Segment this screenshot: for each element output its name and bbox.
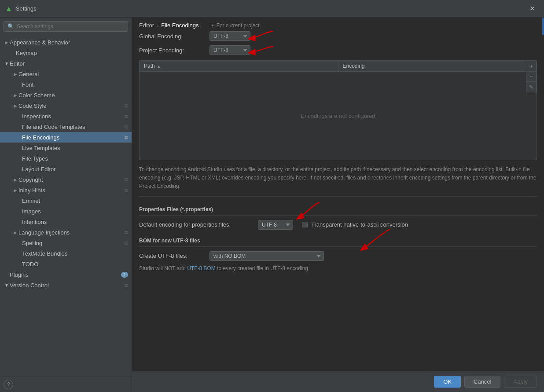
bom-section: BOM for new UTF-8 files Create UTF-8 fil… [139, 235, 537, 271]
help-button[interactable]: ? [4, 380, 13, 389]
copy-icon-inlay-hints: ⧉ [125, 187, 128, 193]
project-note-icon: ⊞ [210, 22, 215, 29]
project-encoding-row: Project Encoding: UTF-8 UTF-16 ISO-8859-… [139, 45, 537, 55]
sidebar-item-keymap[interactable]: ▶ Keymap [0, 48, 132, 58]
breadcrumb-separator: › [157, 22, 158, 29]
window-title: Settings [16, 5, 37, 12]
bom-section-header: BOM for new UTF-8 files [139, 235, 537, 247]
project-encoding-select[interactable]: UTF-8 UTF-16 ISO-8859-1 [210, 45, 250, 55]
copy-icon-file-encodings: ⧉ [125, 135, 128, 140]
app-icon: ▲ [5, 5, 12, 13]
sidebar-item-general[interactable]: ▶ General [0, 69, 132, 79]
cancel-button[interactable]: Cancel [464, 376, 500, 388]
arrow-appearance: ▶ [4, 39, 10, 45]
sidebar-item-file-and-code-templates[interactable]: File and Code Templates ⧉ [0, 121, 132, 132]
sidebar-item-font[interactable]: Font [0, 79, 132, 90]
close-button[interactable]: ✕ [526, 3, 539, 15]
arrow-language-injections: ▶ [12, 229, 18, 235]
sort-icon: ▲ [157, 64, 161, 69]
empty-message: Encodings are not configured [301, 113, 375, 119]
arrow-general: ▶ [12, 71, 18, 77]
default-encoding-label: Default encoding for properties files: [139, 221, 254, 228]
global-encoding-row: Global Encoding: UTF-8 UTF-16 ISO-8859-1 [139, 31, 537, 41]
bom-note-highlight: UTF-8 BOM [187, 265, 216, 271]
sidebar-item-spelling[interactable]: Spelling ⧉ [0, 238, 132, 248]
title-bar: ▲ Settings ✕ [0, 0, 544, 18]
settings-content: Global Encoding: UTF-8 UTF-16 ISO-8859-1 [132, 31, 544, 371]
copy-icon-spelling: ⧉ [125, 240, 128, 246]
arrow-code-style: ▶ [12, 103, 18, 109]
breadcrumb-parent: Editor [139, 22, 154, 29]
search-icon: 🔍 [7, 23, 14, 29]
sidebar-item-images[interactable]: Images [0, 206, 132, 216]
encoding-column-header: Encoding [338, 61, 537, 71]
properties-section-header: Properties Files (*.properties) [139, 204, 537, 216]
remove-row-button[interactable]: − [526, 71, 537, 82]
transparent-conversion-label: Transparent native-to-ascii conversion [311, 221, 408, 228]
project-note-text: For current project [217, 22, 260, 29]
table-toolbar: + − ✎ [526, 61, 537, 92]
arrow-copyright: ▶ [12, 176, 18, 183]
table-header: Path ▲ Encoding [140, 61, 537, 72]
plugins-badge: 1 [121, 272, 128, 278]
sidebar-item-textmate[interactable]: TextMate Bundles [0, 248, 132, 259]
bom-note: Studio will NOT add UTF-8 BOM to every c… [139, 265, 537, 271]
default-encoding-row: Default encoding for properties files: U… [139, 220, 537, 230]
ok-button[interactable]: OK [434, 376, 461, 388]
create-utf8-label: Create UTF-8 files: [139, 253, 205, 259]
encodings-table: Path ▲ Encoding + − ✎ Encoding [139, 60, 537, 160]
global-encoding-label: Global Encoding: [139, 33, 205, 40]
search-box[interactable]: 🔍 [4, 21, 128, 32]
sidebar-item-code-style[interactable]: ▶ Code Style ⧉ [0, 100, 132, 111]
sidebar-bottom: ? [0, 377, 132, 392]
footer: OK Cancel Apply [132, 371, 544, 392]
content-area: Editor › File Encodings ⊞ For current pr… [132, 18, 544, 371]
copy-icon-version-control: ⧉ [125, 282, 128, 288]
sidebar-item-copyright[interactable]: ▶ Copyright ⧉ [0, 174, 132, 185]
sidebar-item-editor[interactable]: ▼ Editor [0, 58, 132, 69]
breadcrumb: Editor › File Encodings ⊞ For current pr… [132, 18, 544, 31]
sidebar-item-intentions[interactable]: Intentions [0, 216, 132, 227]
global-encoding-select[interactable]: UTF-8 UTF-16 ISO-8859-1 [210, 31, 250, 41]
sidebar-item-appearance[interactable]: ▶ Appearance & Behavior [0, 37, 132, 48]
sidebar: 🔍 ▶ Appearance & Behavior ▶ Keymap ▼ Edi… [0, 18, 132, 392]
sidebar-item-file-types[interactable]: File Types [0, 153, 132, 164]
sidebar-item-version-control[interactable]: ▼ Version Control ⧉ [0, 280, 132, 290]
sidebar-item-file-encodings[interactable]: File Encodings ⧉ [0, 132, 132, 143]
copy-icon-code-style: ⧉ [125, 103, 128, 109]
sidebar-tree: ▶ Appearance & Behavior ▶ Keymap ▼ Edito… [0, 35, 132, 377]
copy-icon-inspections: ⧉ [125, 114, 128, 119]
scroll-accent [542, 18, 544, 35]
create-utf8-select[interactable]: with NO BOM with BOM with BOM (macOS) As… [210, 251, 324, 261]
sidebar-item-layout-editor[interactable]: Layout Editor [0, 164, 132, 174]
for-current-project: ⊞ For current project [210, 22, 260, 29]
transparent-conversion-checkbox[interactable] [302, 222, 308, 227]
sidebar-item-plugins[interactable]: ▶ Plugins 1 [0, 269, 132, 280]
arrow-color-scheme: ▶ [12, 92, 18, 98]
copy-icon-file-templates: ⧉ [125, 124, 128, 130]
copy-icon-language-injections: ⧉ [125, 230, 128, 235]
edit-row-button[interactable]: ✎ [526, 82, 537, 92]
transparent-conversion-row: Transparent native-to-ascii conversion [302, 221, 408, 228]
path-column-header: Path ▲ [140, 61, 338, 71]
sidebar-item-emmet[interactable]: Emmet [0, 195, 132, 206]
sidebar-item-inlay-hints[interactable]: ▶ Inlay Hints ⧉ [0, 185, 132, 195]
main-layout: 🔍 ▶ Appearance & Behavior ▶ Keymap ▼ Edi… [0, 18, 544, 392]
table-body: Encodings are not configured [140, 72, 537, 160]
sidebar-item-color-scheme[interactable]: ▶ Color Scheme [0, 90, 132, 100]
arrow-version-control: ▼ [4, 282, 10, 288]
sidebar-item-todo[interactable]: TODO [0, 259, 132, 269]
apply-button[interactable]: Apply [504, 376, 537, 388]
arrow-editor: ▼ [4, 60, 10, 66]
add-row-button[interactable]: + [526, 61, 537, 71]
default-encoding-select[interactable]: UTF-8 UTF-16 [258, 220, 293, 230]
info-text: To change encoding Android Studio uses f… [139, 165, 537, 197]
breadcrumb-current: File Encodings [161, 22, 198, 29]
sidebar-item-inspections[interactable]: Inspections ⧉ [0, 111, 132, 121]
sidebar-item-language-injections[interactable]: ▶ Language Injections ⧉ [0, 227, 132, 238]
arrow-inlay-hints: ▶ [12, 187, 18, 193]
create-utf8-row: Create UTF-8 files: with NO BOM with BOM… [139, 251, 537, 261]
search-input[interactable] [17, 23, 124, 29]
sidebar-item-live-templates[interactable]: Live Templates [0, 143, 132, 153]
copy-icon-copyright: ⧉ [125, 177, 128, 183]
